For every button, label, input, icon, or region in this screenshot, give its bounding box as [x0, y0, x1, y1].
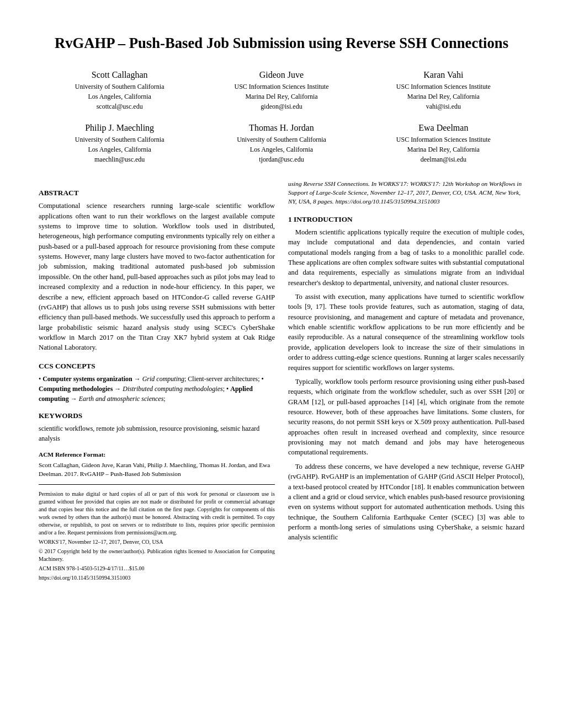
footnote-1: WORKS'17, November 12–17, 2017, Denver, … [39, 538, 275, 546]
author-city-4: Los Angeles, California [250, 144, 313, 154]
author-city-0: Los Angeles, California [88, 92, 151, 101]
author-email-1: gideon@isi.edu [261, 101, 302, 111]
author-affil-5: USC Information Sciences Institute [396, 135, 491, 144]
right-column: using Reverse SSH Connections. In WORKS'… [288, 180, 524, 584]
ccs-text: • Computer systems organization → Grid c… [39, 374, 275, 404]
author-affil-3: University of Southern California [75, 135, 164, 144]
acm-ref-heading: ACM Reference Format: [39, 450, 275, 459]
footnote-0: Permission to make digital or hard copie… [39, 490, 275, 537]
author-block-5: Ewa Deelman USC Information Sciences Ins… [363, 121, 524, 164]
left-column: ABSTRACT Computational science researche… [39, 180, 275, 584]
intro-para-3: To address these concerns, we have devel… [288, 462, 524, 543]
author-affil-2: USC Information Sciences Institute [396, 82, 491, 92]
author-name-0: Scott Callaghan [92, 68, 148, 82]
author-city-5: Marina Del Rey, California [407, 144, 480, 154]
abstract-text: Computational science researchers runnin… [39, 201, 275, 352]
abstract-heading: ABSTRACT [39, 188, 275, 198]
author-affil-1: USC Information Sciences Institute [235, 82, 329, 92]
author-name-1: Gideon Juve [259, 68, 304, 82]
intro-para-1: To assist with execution, many applicati… [288, 292, 524, 373]
author-block-0: Scott Callaghan University of Southern C… [39, 68, 200, 111]
footnote-2: © 2017 Copyright held by the owner/autho… [39, 548, 275, 563]
author-email-0: scottcal@usc.edu [97, 101, 143, 111]
author-name-4: Thomas H. Jordan [249, 121, 314, 135]
authors-grid: Scott Callaghan University of Southern C… [39, 68, 524, 164]
author-city-2: Marina Del Rey, California [407, 92, 480, 101]
author-affil-0: University of Southern California [75, 82, 164, 92]
intro-para-2: Typically, workflow tools perform resour… [288, 377, 524, 458]
intro-heading: 1 INTRODUCTION [288, 214, 524, 224]
keywords-heading: KEYWORDS [39, 410, 275, 421]
author-name-3: Philip J. Maechling [85, 121, 154, 135]
intro-para-0: Modern scientific applications typically… [288, 227, 524, 288]
keywords-text: scientific workflows, remote job submiss… [39, 424, 275, 443]
author-email-4: tjordan@usc.edu [259, 154, 304, 164]
footnote-4: https://doi.org/10.1145/3150994.3151003 [39, 574, 275, 582]
author-name-5: Ewa Deelman [418, 121, 468, 135]
author-affil-4: University of Southern California [237, 135, 326, 144]
author-block-4: Thomas H. Jordan University of Southern … [200, 121, 362, 164]
column-divider [39, 484, 275, 485]
ccs-heading: CCS CONCEPTS [39, 361, 275, 371]
author-email-2: vahi@isi.edu [426, 101, 461, 111]
author-block-2: Karan Vahi USC Information Sciences Inst… [363, 68, 524, 111]
author-block-3: Philip J. Maechling University of Southe… [39, 121, 200, 164]
right-col-intro: using Reverse SSH Connections. In WORKS'… [288, 180, 524, 206]
author-email-3: maechlin@usc.edu [94, 154, 145, 164]
author-block-1: Gideon Juve USC Information Sciences Ins… [200, 68, 362, 111]
author-city-1: Marina Del Rey, California [245, 92, 317, 101]
paper-title: RvGAHP – Push-Based Job Submission using… [39, 33, 524, 53]
two-col-layout: ABSTRACT Computational science researche… [39, 180, 524, 584]
author-name-2: Karan Vahi [423, 68, 463, 82]
acm-ref-text: Scott Callaghan, Gideon Juve, Karan Vahi… [39, 461, 275, 479]
footnote-block: Permission to make digital or hard copie… [39, 490, 275, 582]
author-email-5: deelman@isi.edu [421, 154, 466, 164]
footnote-3: ACM ISBN 978-1-4503-5129-4/17/11…$15.00 [39, 565, 275, 572]
author-city-3: Los Angeles, California [88, 144, 151, 154]
